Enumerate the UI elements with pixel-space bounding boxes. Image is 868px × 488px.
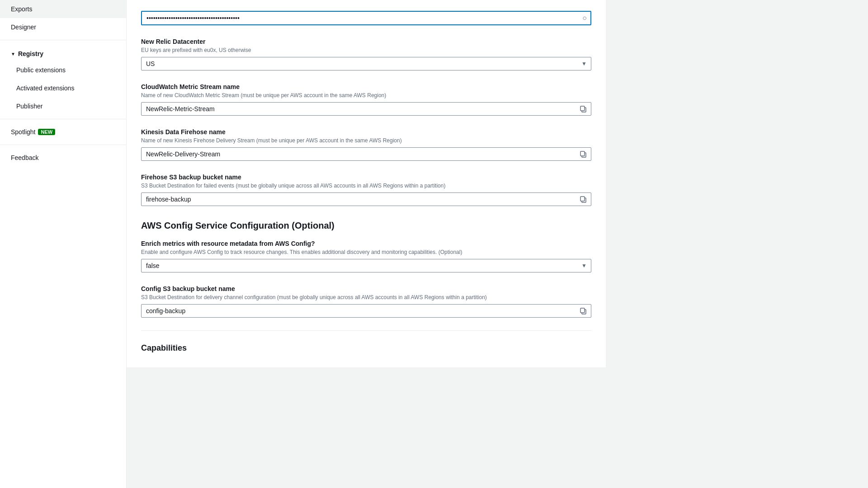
sidebar-divider-1 [0,40,126,40]
config-s3-backup-description: S3 Bucket Destination for delivery chann… [141,294,591,300]
kinesis-copy-button[interactable] [580,150,587,158]
kinesis-firehose-label: Kinesis Data Firehose name [141,128,591,136]
exports-label: Exports [11,5,32,13]
feedback-label: Feedback [11,154,38,161]
cloudwatch-metric-stream-label: CloudWatch Metric Stream name [141,83,591,90]
enrich-metrics-select[interactable]: false true [141,259,591,272]
password-toggle-icon[interactable]: ○ [582,14,587,22]
kinesis-firehose-section: Kinesis Data Firehose name Name of new K… [141,128,591,161]
sidebar-item-designer[interactable]: Designer [0,18,126,36]
aws-config-section: AWS Config Service Configuration (Option… [141,219,591,318]
copy-icon [580,105,587,113]
firehose-s3-backup-label: Firehose S3 backup bucket name [141,174,591,181]
sidebar-item-publisher[interactable]: Publisher [0,97,126,115]
firehose-s3-copy-button[interactable] [580,196,587,203]
sidebar: Exports Designer ▼ Registry Public exten… [0,0,127,488]
config-s3-backup-label: Config S3 backup bucket name [141,285,591,292]
config-s3-backup-section: Config S3 backup bucket name S3 Bucket D… [141,285,591,318]
firehose-s3-backup-description: S3 Bucket Destination for failed events … [141,183,591,189]
new-relic-datacenter-select-wrapper: US EU ▼ [141,57,591,70]
sidebar-item-activated-extensions[interactable]: Activated extensions [0,79,126,97]
copy-icon [580,196,587,203]
config-s3-backup-input[interactable] [141,304,591,318]
designer-label: Designer [11,23,36,31]
cloudwatch-copy-button[interactable] [580,105,587,113]
aws-config-title: AWS Config Service Configuration (Option… [141,219,591,231]
config-s3-copy-button[interactable] [580,307,587,314]
kinesis-firehose-input-wrapper [141,147,591,161]
activated-extensions-label: Activated extensions [16,84,74,92]
form-area: ○ New Relic Datacenter EU keys are prefi… [127,0,606,367]
sidebar-item-public-extensions[interactable]: Public extensions [0,61,126,79]
cloudwatch-metric-stream-input-wrapper [141,102,591,116]
sidebar-item-feedback[interactable]: Feedback [0,149,126,167]
sidebar-item-exports[interactable]: Exports [0,0,126,18]
new-relic-datacenter-label: New Relic Datacenter [141,38,591,45]
enrich-metrics-section: Enrich metrics with resource metadata fr… [141,240,591,272]
sidebar-item-spotlight[interactable]: Spotlight New [0,123,126,141]
registry-chevron-icon: ▼ [11,52,15,56]
firehose-s3-backup-input[interactable] [141,192,591,206]
sidebar-divider-3 [0,145,126,145]
password-section: ○ [141,11,591,25]
spotlight-label: Spotlight [11,128,35,136]
public-extensions-label: Public extensions [16,66,66,74]
svg-rect-7 [580,308,585,313]
svg-rect-3 [580,151,585,156]
new-relic-datacenter-section: New Relic Datacenter EU keys are prefixe… [141,38,591,70]
sidebar-section-registry[interactable]: ▼ Registry [0,44,126,61]
new-relic-datacenter-select[interactable]: US EU [141,57,591,70]
svg-rect-1 [580,106,585,111]
password-input[interactable] [141,11,591,25]
enrich-metrics-label: Enrich metrics with resource metadata fr… [141,240,591,247]
publisher-label: Publisher [16,103,42,110]
kinesis-firehose-input[interactable] [141,147,591,161]
capabilities-label: Capabilities [141,340,591,353]
firehose-s3-backup-section: Firehose S3 backup bucket name S3 Bucket… [141,174,591,206]
copy-icon [580,307,587,314]
registry-label: Registry [18,50,43,57]
cloudwatch-metric-stream-input[interactable] [141,102,591,116]
sidebar-divider-2 [0,119,126,119]
firehose-s3-backup-input-wrapper [141,192,591,206]
config-s3-backup-input-wrapper [141,304,591,318]
password-input-wrapper: ○ [141,11,591,25]
enrich-metrics-description: Enable and configure AWS Config to track… [141,249,591,255]
kinesis-firehose-description: Name of new Kinesis Firehose Delivery St… [141,137,591,144]
copy-icon [580,150,587,158]
cloudwatch-metric-stream-section: CloudWatch Metric Stream name Name of ne… [141,83,591,116]
cloudwatch-metric-stream-description: Name of new CloudWatch Metric Stream (mu… [141,92,591,99]
main-content: ○ New Relic Datacenter EU keys are prefi… [127,0,868,488]
spotlight-new-badge: New [38,129,55,135]
svg-rect-5 [580,197,585,201]
capabilities-section: Capabilities [141,330,591,353]
new-relic-datacenter-description: EU keys are prefixed with eu0x, US other… [141,47,591,53]
enrich-metrics-select-wrapper: false true ▼ [141,259,591,272]
